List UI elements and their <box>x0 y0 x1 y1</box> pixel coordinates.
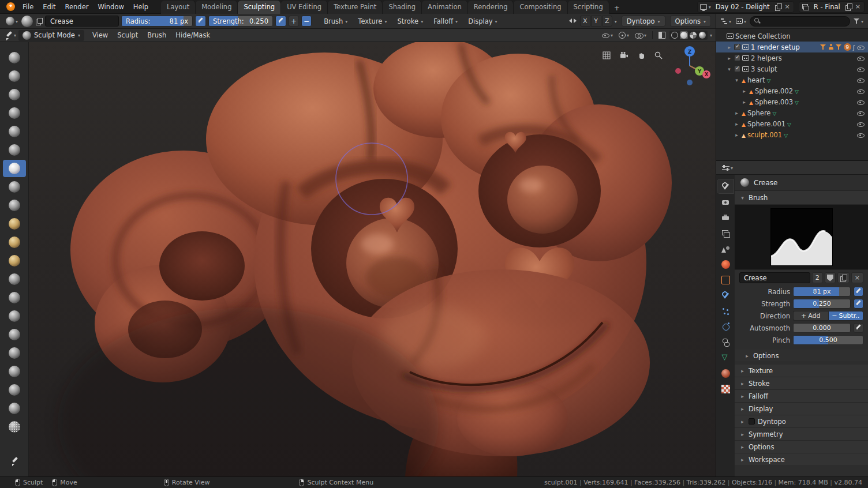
brush-name-field[interactable]: Crease <box>739 272 810 283</box>
panel-falloff[interactable]: Falloff <box>735 390 868 403</box>
sculpt-tool-pinch[interactable] <box>3 252 26 269</box>
menu-texture[interactable]: Texture <box>353 16 392 27</box>
view-layer-icon[interactable] <box>802 3 809 10</box>
autosmooth-slider[interactable]: 0.000 <box>793 323 851 333</box>
sculpt-tool-thumb[interactable] <box>3 326 26 343</box>
pinch-slider[interactable]: 0.500 <box>793 335 863 345</box>
direction-subtract-button[interactable]: −Subtr.. <box>828 311 864 321</box>
workspace-tab-modeling[interactable]: Modeling <box>196 1 238 14</box>
shading-dropdown-icon[interactable] <box>710 31 712 39</box>
panel-options[interactable]: Options <box>735 441 868 453</box>
sculpt-tool-fill[interactable] <box>3 215 26 232</box>
hide-in-viewport-toggle[interactable] <box>856 44 865 51</box>
header-strength-slider[interactable]: Strength: 0.250 <box>208 16 273 27</box>
sculpt-tool-elastic-deform[interactable] <box>3 289 26 306</box>
editor-type-button[interactable] <box>3 31 17 40</box>
sculpt-tool-draw[interactable] <box>3 49 26 66</box>
outliner-row-3-sculpt[interactable]: 3 sculpt <box>716 63 868 74</box>
pan-hand-icon[interactable] <box>635 49 648 62</box>
panel-texture[interactable]: Texture <box>735 365 868 377</box>
sculpt-tool-flatten[interactable] <box>3 197 26 214</box>
expand-arrow-icon[interactable] <box>726 44 732 50</box>
browse-brush-icon[interactable] <box>35 18 43 25</box>
shading-wireframe-button[interactable] <box>671 31 679 39</box>
properties-tab-particles[interactable] <box>717 304 734 318</box>
collection-checkbox[interactable] <box>734 55 740 61</box>
sculpt-tool-rotate[interactable] <box>3 381 26 399</box>
shading-solid-button[interactable] <box>680 31 688 39</box>
editor-type-button[interactable] <box>721 163 734 172</box>
chevron-down-icon[interactable] <box>709 3 711 11</box>
sculpt-tool-scrape[interactable] <box>3 234 26 251</box>
autosmooth-pressure-button[interactable] <box>854 323 863 333</box>
gizmos-button[interactable] <box>617 31 631 40</box>
active-tool-selector[interactable] <box>5 16 19 26</box>
workspace-tab-shading[interactable]: Shading <box>383 1 422 14</box>
sculpt-tool-annotate[interactable] <box>3 452 26 470</box>
overlays-button[interactable] <box>633 31 648 40</box>
strength-pressure-button[interactable] <box>854 299 863 309</box>
new-scene-icon[interactable] <box>775 3 782 10</box>
expand-arrow-icon[interactable] <box>734 132 740 138</box>
properties-tab-output[interactable] <box>717 211 734 224</box>
sculpt-tool-crease[interactable] <box>3 160 26 177</box>
sculpt-tool-mask[interactable] <box>3 418 26 436</box>
remove-view-layer-icon[interactable]: × <box>854 3 862 10</box>
radius-pressure-button[interactable] <box>854 287 863 296</box>
panel-dyntopo[interactable]: Dyntopo <box>735 415 868 428</box>
sculpt-tool-inflate[interactable] <box>3 123 26 140</box>
expand-arrow-icon[interactable] <box>741 99 747 105</box>
scene-name-field[interactable]: Day 02 - Delight <box>713 3 773 11</box>
hide-in-viewport-toggle[interactable] <box>856 99 865 106</box>
sculpt-tool-slide-relax[interactable] <box>3 400 26 417</box>
properties-tab-object[interactable] <box>717 273 734 287</box>
menu-brush[interactable]: Brush <box>319 16 353 27</box>
hide-in-viewport-toggle[interactable] <box>856 132 865 138</box>
properties-tab-modifiers[interactable] <box>717 288 734 302</box>
expand-arrow-icon[interactable] <box>734 121 740 127</box>
expand-arrow-icon[interactable] <box>726 55 732 61</box>
workspace-tab-rendering[interactable]: Rendering <box>468 1 514 14</box>
zoom-icon[interactable] <box>652 49 665 62</box>
blender-logo-icon[interactable] <box>6 2 15 11</box>
view-layer-name-field[interactable]: R - Final <box>811 3 843 11</box>
object-visibility-button[interactable] <box>600 31 615 40</box>
menu-hide-mask[interactable]: Hide/Mask <box>171 30 215 40</box>
menu-sculpt[interactable]: Sculpt <box>113 30 143 40</box>
outliner-row-scene-collection[interactable]: Scene Collection <box>716 31 868 42</box>
gizmo-negative-z-axis[interactable] <box>687 80 693 85</box>
outliner-row-sphere-003[interactable]: Sphere.003 <box>716 96 868 107</box>
outliner-row-2-helpers[interactable]: 2 helpers <box>716 52 868 63</box>
properties-tab-render[interactable] <box>717 195 734 209</box>
header-radius-slider[interactable]: Radius: 81 px <box>121 16 193 27</box>
menu-edit[interactable]: Edit <box>38 2 60 12</box>
panel-symmetry[interactable]: Symmetry <box>735 428 868 441</box>
brush-preview-image[interactable] <box>770 208 833 266</box>
unlink-scene-icon[interactable]: × <box>784 3 791 10</box>
sculpt-tool-layer[interactable] <box>3 104 26 122</box>
menu-file[interactable]: File <box>18 2 38 12</box>
workspace-tab-uv-editing[interactable]: UV Editing <box>281 1 328 14</box>
strength-pressure-toggle[interactable] <box>275 16 286 27</box>
direction-add-toggle[interactable]: + <box>289 16 299 27</box>
search-box[interactable] <box>750 16 850 27</box>
3d-viewport[interactable]: Z Y X <box>29 42 716 476</box>
outliner-row-1-render-setup[interactable]: 1 render setup9 <box>716 42 868 52</box>
menu-view[interactable]: View <box>88 30 113 40</box>
mirror-axis-y[interactable]: Y <box>591 16 601 27</box>
header-brush-name-field[interactable]: Crease <box>45 16 119 27</box>
mode-selector[interactable]: Sculpt Mode <box>18 30 84 41</box>
panel-stroke[interactable]: Stroke <box>735 377 868 390</box>
direction-subtract-toggle[interactable]: − <box>301 16 312 27</box>
properties-tab-tool[interactable] <box>717 179 734 193</box>
outliner-row-sculpt-001[interactable]: sculpt.001 <box>716 129 868 140</box>
properties-tab-constraints[interactable] <box>717 335 734 349</box>
display-mode-button[interactable] <box>735 17 747 26</box>
sculpt-tool-snake-hook[interactable] <box>3 307 26 325</box>
expand-arrow-icon[interactable] <box>726 66 732 72</box>
sculpt-tool-pose[interactable] <box>3 344 26 362</box>
hide-in-viewport-toggle[interactable] <box>856 55 865 62</box>
panel-options-sub[interactable]: Options <box>735 350 868 362</box>
workspace-tab-texture-paint[interactable]: Texture Paint <box>328 1 383 14</box>
properties-tab-object-data[interactable] <box>717 351 734 365</box>
